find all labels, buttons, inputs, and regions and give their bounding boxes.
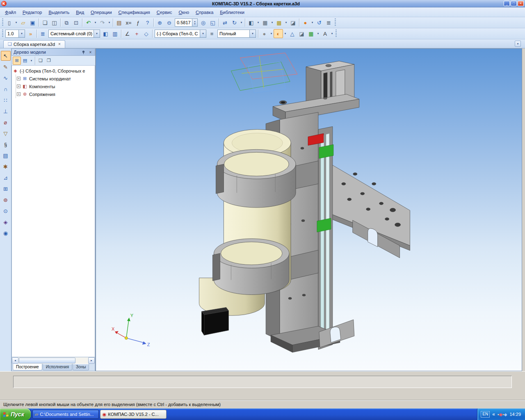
menu-item[interactable]: Файл (2, 8, 19, 17)
show-all-button[interactable]: ◱ (208, 18, 217, 27)
current-object-combo-arrow[interactable]: ▾ (200, 30, 206, 37)
sensor-block[interactable] (202, 307, 229, 335)
rounding-button[interactable]: » (26, 29, 35, 38)
spatial-curves-button[interactable]: ∿ (1, 73, 11, 83)
toolbar-grip[interactable] (335, 18, 336, 27)
shaded-display-button-dropdown[interactable]: ▾ (284, 18, 288, 27)
menu-item[interactable]: Сервис (153, 8, 176, 17)
simplified-display-button[interactable]: ● (301, 18, 310, 27)
sheet-metal-button[interactable]: ⊿ (1, 173, 11, 183)
context-help-button[interactable]: ? (143, 18, 152, 27)
menu-item[interactable]: Выделить (45, 8, 73, 17)
current-object-combo[interactable]: (-) Сборка (Тел-0, С▾ (155, 30, 206, 38)
print-preview-button[interactable]: ◫ (50, 18, 59, 27)
shading-mode-button-dropdown[interactable]: ▾ (269, 29, 274, 38)
print-button[interactable]: ❏ (40, 18, 50, 27)
tree-tab[interactable]: Построение (13, 364, 42, 370)
minimize-button[interactable]: _ (504, 1, 510, 6)
arrays-button[interactable]: ∷ (1, 95, 11, 105)
grid-display-button-dropdown[interactable]: ▾ (316, 29, 320, 38)
reports-button[interactable]: ▤ (1, 151, 11, 160)
variables-button[interactable]: x= (124, 18, 133, 27)
tree-node[interactable]: + ◧ Компоненты (17, 82, 95, 90)
wireframe-display-button-dropdown[interactable]: ▾ (270, 18, 274, 27)
tree-report-button[interactable]: ❏ (37, 57, 45, 65)
mates-button[interactable]: ⊚ (1, 195, 11, 205)
save-button[interactable]: ▣ (28, 18, 37, 27)
angle-snap-button[interactable]: ∠ (123, 29, 132, 38)
wireframe-display-button[interactable]: ▦ (260, 18, 270, 27)
close-button[interactable]: × (518, 1, 524, 6)
clamp-lower[interactable] (212, 239, 289, 295)
pan-button[interactable]: ⇄ (220, 18, 230, 27)
redo-button[interactable]: ↷ (98, 18, 107, 27)
applications-button[interactable]: ◈ (1, 217, 11, 227)
clamp-upper[interactable] (216, 149, 296, 208)
rotate-button[interactable]: ↻ (230, 18, 239, 27)
tab-close-icon[interactable]: × (58, 42, 61, 46)
expand-toggle-icon[interactable]: + (17, 92, 21, 96)
dimension-text-button[interactable]: A (320, 29, 330, 38)
tree-horizontal-scrollbar[interactable]: ◂ ▸ (11, 357, 95, 364)
copy-button[interactable]: ⧉ (62, 18, 71, 27)
taskbar-task[interactable]: ◉ КОМПАС-3D V15.2 - С... (100, 410, 167, 419)
edit-part-button[interactable]: ✎ (1, 62, 11, 72)
title-bar[interactable]: K КОМПАС-3D V15.2 - Сборка каретки.a3d _… (0, 0, 525, 7)
components-button[interactable]: ⊞ (1, 184, 11, 194)
spec-window-button[interactable]: ≣ (324, 18, 333, 27)
tree-composition-button[interactable]: ▤ (21, 57, 29, 65)
pin-icon[interactable] (81, 50, 86, 55)
rebuild-button[interactable]: ↺ (315, 18, 324, 27)
dimension-text-button-dropdown[interactable]: ▾ (330, 29, 334, 38)
toolbar-grip[interactable] (2, 18, 3, 27)
linear-rail[interactable] (318, 127, 333, 350)
local-cs-button[interactable]: + (132, 29, 142, 38)
functions-button[interactable]: ƒ (133, 18, 143, 27)
scroll-right-arrow[interactable]: ▸ (88, 357, 95, 364)
assembly-model[interactable] (199, 61, 410, 352)
menu-item[interactable]: Редактор (19, 8, 45, 17)
menu-item[interactable]: Вид (73, 8, 87, 17)
tree-tab[interactable]: Исполнения (43, 364, 72, 370)
menu-item[interactable]: Окно (176, 8, 193, 17)
tray-icon-kompas[interactable]: ◉ (499, 412, 502, 417)
perspective-button[interactable]: △ (288, 29, 297, 38)
orientation-button-dropdown[interactable]: ▾ (256, 18, 260, 27)
object-list-button[interactable]: ≡ (207, 29, 217, 38)
tree-panel-header[interactable]: Дерево модели × (11, 48, 95, 56)
zoom-scale-input[interactable]: 0.5817▴▾ (175, 18, 198, 27)
redo-button-dropdown[interactable]: ▾ (107, 18, 112, 27)
filters-button[interactable]: ▽ (1, 128, 11, 138)
tree-structure-button[interactable]: ⊞ (13, 57, 21, 65)
detail-level-combo[interactable]: Полный▾ (217, 30, 256, 38)
menu-item[interactable]: Справка (192, 8, 217, 17)
undo-button-dropdown[interactable]: ▾ (93, 18, 98, 27)
simplified-display-button-dropdown[interactable]: ▾ (310, 18, 315, 27)
layer-states-button[interactable]: ◧ (101, 29, 110, 38)
maximize-button[interactable]: □ (511, 1, 517, 6)
tree-node[interactable]: + ⊚ Сопряжения (17, 90, 95, 98)
zoom-area-button[interactable]: ⊕ (155, 18, 164, 27)
auxiliary-geometry-button[interactable]: ⊥ (1, 106, 11, 116)
section-display-button[interactable]: ◪ (297, 29, 306, 38)
menu-item[interactable]: Операции (87, 8, 115, 17)
start-button[interactable]: Пуск (0, 409, 31, 420)
cursor-step-combo-arrow[interactable]: ▾ (18, 30, 25, 37)
selection-tool-button[interactable]: ↖ (1, 51, 11, 61)
tree-params-button[interactable]: ❐ (45, 57, 53, 65)
halftone-display-button-dropdown[interactable]: ▾ (283, 29, 288, 38)
current-layer-combo-arrow[interactable]: ▾ (94, 30, 100, 37)
snaps-button[interactable]: ◇ (142, 29, 151, 38)
design-elements-button[interactable]: ✱ (1, 162, 11, 171)
library-manager-button[interactable]: ▤ (114, 18, 124, 27)
orientation-button[interactable]: ◧ (247, 18, 256, 27)
undo-button[interactable]: ↶ (84, 18, 93, 27)
tree-node[interactable]: + ⊞ Системы координат (17, 75, 95, 82)
tree-root-item[interactable]: ◈ (-) Сборка (Тел-0, Сборочных е (13, 67, 95, 75)
3d-scene[interactable]: X Y Z (96, 49, 522, 371)
specification-button[interactable]: § (1, 139, 11, 149)
toolbar-grip[interactable] (336, 30, 337, 38)
expand-toggle-icon[interactable]: + (17, 84, 21, 88)
tray-icon-network[interactable]: ◆ (504, 412, 507, 417)
zoom-scale-input-spinner[interactable]: ▴▾ (192, 19, 197, 26)
